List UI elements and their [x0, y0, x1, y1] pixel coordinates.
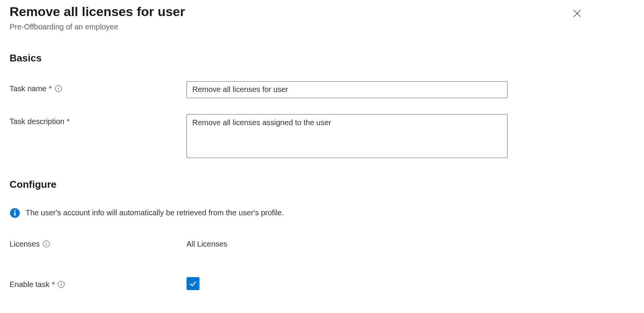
info-icon	[10, 208, 20, 218]
configure-heading: Configure	[10, 179, 634, 190]
basics-heading: Basics	[10, 52, 634, 64]
enable-task-checkbox[interactable]	[187, 277, 200, 290]
page-subtitle: Pre-Offboarding of an employee	[10, 23, 185, 31]
required-indicator: *	[67, 117, 70, 126]
check-icon	[189, 279, 197, 288]
info-icon[interactable]: i	[55, 85, 62, 92]
svg-point-3	[14, 210, 16, 211]
svg-rect-4	[14, 212, 15, 216]
task-name-input[interactable]	[187, 81, 508, 98]
required-indicator: *	[49, 84, 52, 93]
info-icon[interactable]: i	[58, 281, 65, 288]
info-banner-text: The user's account info will automatical…	[26, 208, 284, 217]
task-description-input[interactable]	[187, 114, 508, 158]
licenses-label: Licenses	[10, 240, 40, 248]
task-description-label: Task description	[10, 117, 64, 126]
required-indicator: *	[52, 280, 55, 289]
task-name-label: Task name	[10, 84, 47, 93]
page-title: Remove all licenses for user	[10, 4, 185, 19]
close-icon	[573, 9, 582, 18]
info-icon[interactable]: i	[43, 240, 50, 247]
licenses-value: All Licenses	[187, 237, 227, 248]
close-button[interactable]	[569, 6, 585, 22]
enable-task-label: Enable task	[10, 280, 50, 289]
